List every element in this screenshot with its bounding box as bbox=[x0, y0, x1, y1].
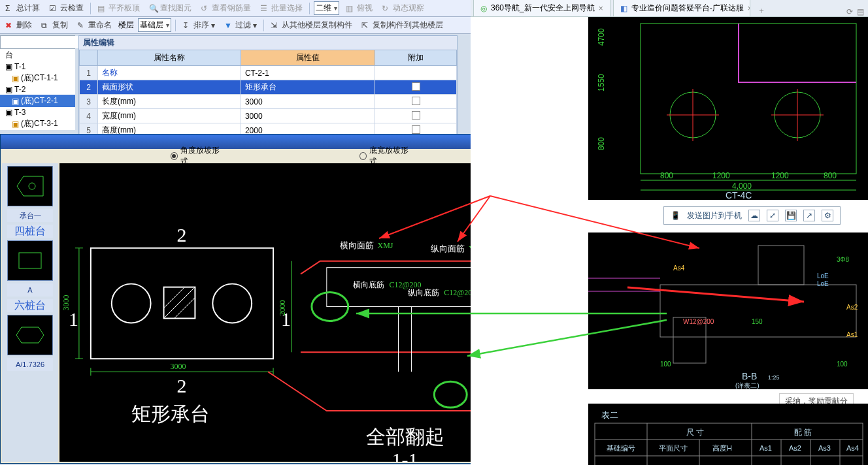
tree-node[interactable]: ▣ T-3 bbox=[0, 107, 75, 118]
svg-text:横向底筋: 横向底筋 bbox=[353, 280, 384, 289]
share-icon[interactable]: ↗ bbox=[803, 210, 815, 221]
svg-text:800: 800 bbox=[824, 171, 837, 180]
checkbox[interactable] bbox=[412, 97, 420, 105]
tree-node[interactable]: ▣ (底)CT-1-1 bbox=[0, 72, 75, 84]
thumbnail[interactable] bbox=[7, 240, 53, 281]
view-2d-dropdown[interactable]: 二维▾ bbox=[314, 1, 339, 15]
svg-text:表二: 表二 bbox=[601, 410, 618, 420]
svg-text:1200: 1200 bbox=[712, 171, 730, 180]
svg-text:LoE: LoE bbox=[817, 280, 829, 287]
viewer-options: 角度放坡形式 底宽放坡形式 bbox=[1, 149, 516, 163]
btn-delete[interactable]: ✖删除 bbox=[3, 18, 35, 32]
close-icon[interactable]: × bbox=[748, 4, 750, 13]
floor-dropdown[interactable]: 基础层▾ bbox=[138, 18, 171, 32]
viewer-canvas[interactable]: 3000 3000 2 2 1 1 矩形承台 2000 bbox=[59, 163, 514, 462]
btn-rename[interactable]: ✎重命名 bbox=[75, 18, 114, 32]
cloud-icon[interactable]: ☁ bbox=[748, 210, 760, 221]
new-tab-button[interactable]: ＋ bbox=[754, 5, 769, 16]
prop-row[interactable]: 4宽度(mm)3000 bbox=[80, 109, 457, 123]
svg-rect-60 bbox=[660, 285, 856, 337]
svg-text:3Φ8: 3Φ8 bbox=[837, 256, 850, 263]
cad-table-image: 表二 尺 寸 配 筋 基础编号 平面尺寸 高度H As1 As2 As3 As4 bbox=[588, 404, 868, 465]
svg-text:150: 150 bbox=[752, 318, 763, 325]
rename-icon: ✎ bbox=[77, 21, 86, 30]
btn-filter[interactable]: ▼过滤▾ bbox=[222, 18, 259, 32]
browser-body: 800 1200 1200 800 4,000 4700 1550 800 CT… bbox=[471, 17, 868, 465]
btn-copy-to-floor[interactable]: ⇱复制构件到其他楼层 bbox=[359, 18, 446, 32]
browser-panel: ◎360导航_新一代安全上网导航× ◧专业造价问题答疑平台-广联达服× ＋ ⟳ … bbox=[471, 0, 868, 465]
btn-chagangjin[interactable]: ↺查看钢筋量 bbox=[198, 1, 254, 15]
thumbnail-label: A bbox=[7, 283, 53, 297]
svg-text:As4: As4 bbox=[673, 265, 685, 272]
save-icon[interactable]: 💾 bbox=[785, 210, 797, 221]
tree-node[interactable]: ▣ (底)CT-3-1 bbox=[0, 118, 75, 130]
gear-icon[interactable]: ⚙ bbox=[822, 210, 833, 221]
property-table: 属性名称 属性值 附加 1名称CT-2-1 2截面形状矩形承台 3长度(mm)3… bbox=[79, 50, 457, 138]
svg-text:1:25: 1:25 bbox=[768, 374, 780, 381]
chevron-down-icon: ▾ bbox=[334, 5, 337, 12]
svg-text:800: 800 bbox=[660, 171, 673, 180]
prop-row[interactable]: 1名称CT-2-1 bbox=[80, 66, 457, 80]
component-tree-panel: 🔍 台 ▣ T-1 ▣ (底)CT-1-1 ▣ T-2 ▣ (底)CT-2-1 … bbox=[0, 35, 75, 130]
svg-text:纵向面筋: 纵向面筋 bbox=[431, 244, 465, 253]
thumbnail[interactable] bbox=[7, 166, 53, 206]
tree-search: 🔍 bbox=[0, 35, 75, 49]
svg-text:As1: As1 bbox=[846, 331, 858, 338]
tree-node[interactable]: ▣ T-2 bbox=[0, 84, 75, 95]
btn-copy[interactable]: ⧉复制 bbox=[39, 18, 71, 32]
svg-text:高度H: 高度H bbox=[712, 444, 732, 452]
svg-text:LoE: LoE bbox=[817, 272, 829, 280]
cloud-check-icon: ☑ bbox=[49, 4, 58, 13]
export-icon: ⇱ bbox=[361, 21, 371, 30]
btn-zongjisuan[interactable]: Σ总计算 bbox=[3, 1, 42, 15]
cad-section-image: As4 LoE LoE As2 As1 W12@200 150 3Φ8 100 … bbox=[588, 232, 868, 389]
btn-piliang[interactable]: ☰批量选择 bbox=[258, 1, 305, 15]
thumbnail-label: 六桩台 bbox=[7, 299, 53, 312]
thumbnail-label: A/1.7326 bbox=[7, 358, 53, 371]
svg-line-9 bbox=[164, 287, 185, 308]
btn-sort[interactable]: ↧排序▾ bbox=[180, 18, 218, 32]
svg-text:基础编号: 基础编号 bbox=[607, 444, 635, 452]
prop-row[interactable]: 3长度(mm)3000 bbox=[80, 95, 457, 109]
checkbox[interactable] bbox=[412, 111, 420, 120]
checkbox[interactable] bbox=[412, 82, 420, 91]
btn-yunjiancha[interactable]: ☑云检查 bbox=[46, 1, 86, 15]
orbit-icon: ↻ bbox=[382, 4, 391, 13]
svg-text:纵向底筋: 纵向底筋 bbox=[408, 288, 439, 297]
tabs-menu-icon[interactable]: ▤ bbox=[857, 7, 864, 16]
restore-tab-icon[interactable]: ⟳ bbox=[846, 7, 853, 16]
btn-dongtai[interactable]: ↻动态观察 bbox=[379, 1, 427, 15]
svg-text:3000: 3000 bbox=[171, 362, 186, 371]
send-to-phone-icon[interactable]: 📱 bbox=[671, 211, 680, 220]
checkbox[interactable] bbox=[412, 125, 420, 134]
svg-text:4,000: 4,000 bbox=[732, 182, 752, 191]
prop-row-selected[interactable]: 2截面形状矩形承台 bbox=[80, 80, 457, 95]
expand-icon[interactable]: ⤢ bbox=[767, 210, 778, 221]
chevron-down-icon: ▾ bbox=[166, 22, 169, 29]
svg-point-5 bbox=[112, 284, 151, 323]
thumbnail[interactable] bbox=[7, 315, 53, 355]
svg-line-10 bbox=[174, 298, 195, 319]
svg-text:W12@200: W12@200 bbox=[683, 318, 714, 325]
btn-fushi[interactable]: ▥俯视 bbox=[343, 1, 375, 15]
floor-label: 楼层 bbox=[118, 20, 134, 31]
tree-node-selected[interactable]: ▣ (底)CT-2-1 bbox=[0, 95, 75, 107]
browser-tab[interactable]: ◎360导航_新一代安全上网导航× bbox=[473, 0, 610, 16]
svg-text:全部翻起: 全部翻起 bbox=[366, 426, 444, 447]
property-title: 属性编辑 bbox=[79, 36, 457, 50]
svg-text:1: 1 bbox=[69, 308, 78, 330]
svg-text:2000: 2000 bbox=[278, 300, 287, 316]
close-icon[interactable]: × bbox=[599, 4, 603, 13]
btn-pingqi[interactable]: ▤平齐板顶 bbox=[95, 1, 142, 15]
tree-node[interactable]: ▣ T-1 bbox=[0, 61, 75, 72]
svg-text:1-1: 1-1 bbox=[392, 449, 418, 462]
tree-node[interactable]: 台 bbox=[0, 49, 75, 61]
svg-text:横向面筋: 横向面筋 bbox=[340, 240, 374, 250]
svg-line-8 bbox=[164, 287, 195, 319]
svg-text:矩形承台: 矩形承台 bbox=[131, 403, 210, 425]
svg-text:As4: As4 bbox=[846, 444, 859, 452]
browser-tab[interactable]: ◧专业造价问题答疑平台-广联达服× bbox=[613, 0, 750, 16]
btn-chazhao[interactable]: 🔍查找图元 bbox=[146, 1, 194, 15]
btn-copy-from-floor[interactable]: ⇲从其他楼层复制构件 bbox=[268, 18, 355, 32]
svg-text:1550: 1550 bbox=[597, 74, 606, 91]
